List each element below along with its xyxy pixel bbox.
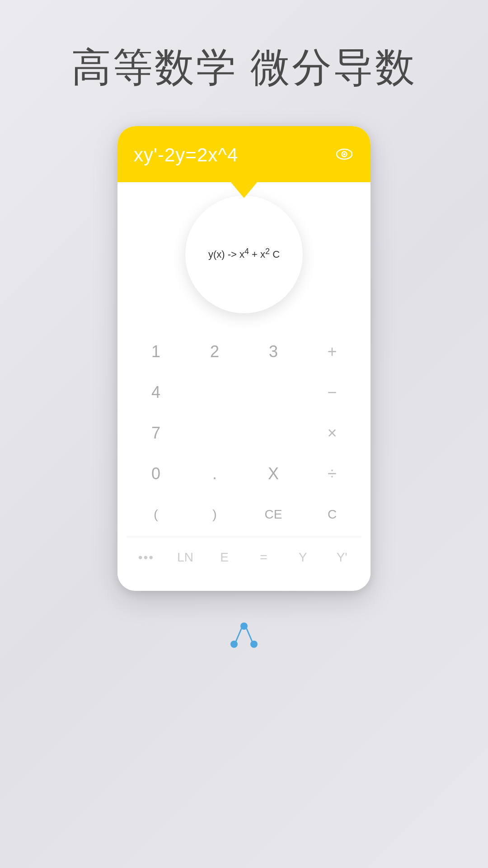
key-close-paren[interactable]: ) [185, 496, 244, 533]
bottom-logo [226, 618, 262, 656]
key-row-3: 7 × [127, 413, 361, 453]
calc-header: xy'-2y=2x^4 [117, 126, 371, 182]
result-bubble: y(x) -> x4 + x2 C [185, 196, 303, 313]
key-c[interactable]: C [303, 496, 361, 533]
svg-line-7 [247, 629, 252, 642]
key-dot[interactable]: . [185, 456, 244, 492]
key-row-5: ( ) CE C [127, 494, 361, 535]
key-row-4: 0 . X ÷ [127, 453, 361, 494]
key-empty-5 [185, 374, 244, 410]
key-more[interactable]: ••• [127, 539, 166, 576]
svg-point-5 [250, 641, 258, 648]
key-empty-6 [244, 374, 303, 410]
key-y-prime[interactable]: Y' [322, 539, 361, 576]
key-row-1: 1 2 3 + [127, 331, 361, 372]
key-7[interactable]: 7 [127, 415, 185, 451]
key-minus[interactable]: − [303, 374, 361, 410]
tree-icon [226, 618, 262, 656]
keypad: 1 2 3 + 4 − 7 × 0 . X ÷ ( ) [117, 327, 371, 591]
svg-line-6 [236, 629, 241, 642]
key-x[interactable]: X [244, 456, 303, 492]
result-text: y(x) -> x4 + x2 C [208, 246, 280, 262]
key-empty-8 [185, 415, 244, 451]
calculator-card: xy'-2y=2x^4 y(x) -> x4 + x2 C 1 2 3 + [117, 126, 371, 591]
calc-expression: xy'-2y=2x^4 [134, 144, 238, 165]
key-equals[interactable]: = [244, 539, 283, 576]
result-area: y(x) -> x4 + x2 C [117, 182, 371, 327]
key-0[interactable]: 0 [127, 456, 185, 492]
key-divide[interactable]: ÷ [303, 456, 361, 492]
key-1[interactable]: 1 [127, 334, 185, 370]
key-plus[interactable]: + [303, 334, 361, 370]
svg-point-2 [343, 153, 346, 156]
key-2[interactable]: 2 [185, 334, 244, 370]
eye-icon[interactable] [334, 144, 354, 164]
key-row-6: ••• LN E = Y Y' [127, 537, 361, 577]
key-3[interactable]: 3 [244, 334, 303, 370]
key-4[interactable]: 4 [127, 374, 185, 410]
key-ce[interactable]: CE [244, 496, 303, 533]
key-e[interactable]: E [205, 539, 244, 576]
key-multiply[interactable]: × [303, 415, 361, 451]
page-title: 高等数学 微分导数 [71, 41, 417, 94]
key-open-paren[interactable]: ( [127, 496, 185, 533]
svg-point-4 [230, 641, 238, 648]
key-ln[interactable]: LN [166, 539, 205, 576]
key-empty-9 [244, 415, 303, 451]
key-row-2: 4 − [127, 372, 361, 413]
key-y[interactable]: Y [283, 539, 323, 576]
